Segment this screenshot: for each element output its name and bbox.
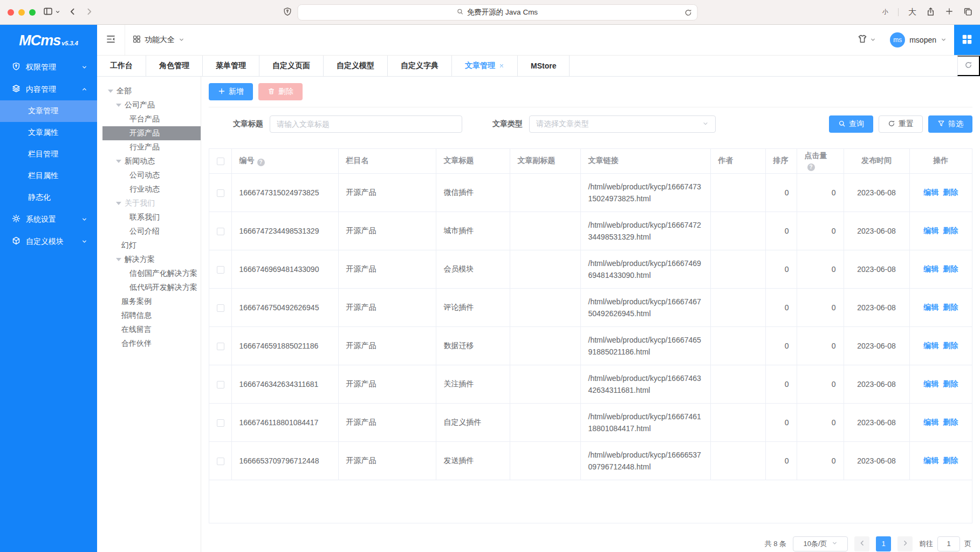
- tab[interactable]: 文章管理: [452, 56, 518, 76]
- apps-launcher-button[interactable]: [954, 25, 980, 55]
- goto-page-input[interactable]: [937, 536, 960, 551]
- delete-link[interactable]: 删除: [943, 226, 958, 235]
- row-checkbox[interactable]: [217, 304, 224, 312]
- row-checkbox[interactable]: [217, 419, 224, 427]
- close-tab-icon[interactable]: [499, 63, 504, 69]
- reload-icon[interactable]: [684, 9, 692, 18]
- collapse-sidebar-button[interactable]: [106, 34, 116, 46]
- tree-item[interactable]: 合作伙伴: [97, 337, 201, 351]
- edit-link[interactable]: 编辑: [923, 188, 938, 196]
- minimize-window-button[interactable]: [18, 9, 25, 16]
- tab[interactable]: 自定义模型: [324, 56, 388, 76]
- page-size-select[interactable]: 10条/页: [793, 536, 848, 551]
- row-checkbox[interactable]: [217, 343, 224, 350]
- sidebar-item[interactable]: 栏目管理: [0, 144, 97, 165]
- text-smaller-button[interactable]: 小: [882, 8, 888, 16]
- layers-icon: [12, 84, 20, 94]
- feature-menu[interactable]: 功能大全: [133, 35, 184, 45]
- sidebar-item[interactable]: 栏目属性: [0, 165, 97, 187]
- sidebar-group-item[interactable]: 权限管理: [0, 56, 97, 78]
- page-1-button[interactable]: 1: [876, 536, 891, 551]
- sidebar-group-item[interactable]: 内容管理: [0, 78, 97, 100]
- tab[interactable]: 角色管理: [146, 56, 203, 76]
- tab[interactable]: 菜单管理: [203, 56, 259, 76]
- delete-link[interactable]: 删除: [943, 379, 958, 388]
- tree-expand-caret[interactable]: [108, 90, 113, 93]
- tree-item[interactable]: 幻灯: [97, 238, 201, 253]
- row-checkbox[interactable]: [217, 266, 224, 274]
- browser-back-button[interactable]: [68, 7, 77, 18]
- tree-item[interactable]: 解决方案: [97, 253, 201, 267]
- reset-button[interactable]: 重置: [879, 115, 923, 133]
- browser-sidebar-toggle[interactable]: [43, 6, 60, 18]
- sidebar-group-item[interactable]: 自定义模块: [0, 230, 97, 253]
- close-window-button[interactable]: [8, 9, 14, 16]
- tab[interactable]: 自定义字典: [388, 56, 452, 76]
- delete-link[interactable]: 删除: [943, 341, 958, 350]
- browser-forward-button[interactable]: [85, 7, 94, 18]
- row-checkbox[interactable]: [217, 228, 224, 235]
- filter-button[interactable]: 筛选: [928, 115, 972, 133]
- edit-link[interactable]: 编辑: [923, 226, 938, 235]
- tree-item[interactable]: 全部: [97, 84, 201, 98]
- sidebar-item[interactable]: 文章管理: [0, 100, 97, 122]
- text-larger-button[interactable]: 大: [908, 7, 916, 17]
- tree-item[interactable]: 平台产品: [97, 112, 201, 126]
- delete-link[interactable]: 删除: [943, 303, 958, 311]
- address-bar[interactable]: 免费开源的 Java Cms: [297, 4, 697, 21]
- delete-link[interactable]: 删除: [943, 418, 958, 426]
- tree-expand-caret[interactable]: [116, 160, 121, 163]
- add-button[interactable]: 新增: [209, 83, 253, 100]
- tab[interactable]: 自定义页面: [259, 56, 324, 76]
- privacy-shield-icon: [283, 7, 292, 18]
- tree-item[interactable]: 新闻动态: [97, 154, 201, 168]
- tree-item[interactable]: 服务案例: [97, 295, 201, 309]
- tree-item[interactable]: 公司介绍: [97, 224, 201, 238]
- tree-expand-caret[interactable]: [116, 104, 121, 107]
- tree-item[interactable]: 行业动态: [97, 182, 201, 196]
- delete-link[interactable]: 删除: [943, 264, 958, 273]
- user-menu[interactable]: ms msopen: [890, 32, 947, 47]
- type-filter-select[interactable]: 请选择文章类型: [529, 115, 716, 133]
- sidebar-group-item[interactable]: 系统设置: [0, 208, 97, 230]
- row-checkbox[interactable]: [217, 189, 224, 197]
- new-tab-button[interactable]: [945, 7, 954, 17]
- select-all-checkbox[interactable]: [217, 158, 224, 165]
- tree-item[interactable]: 开源产品: [102, 126, 201, 140]
- delete-link[interactable]: 删除: [943, 188, 958, 196]
- edit-link[interactable]: 编辑: [923, 379, 938, 388]
- title-filter-input[interactable]: [270, 115, 462, 133]
- sidebar-item[interactable]: 文章属性: [0, 122, 97, 144]
- edit-link[interactable]: 编辑: [923, 303, 938, 311]
- tree-item[interactable]: 信创国产化解决方案: [97, 267, 201, 281]
- tree-item[interactable]: 行业产品: [97, 140, 201, 154]
- tab[interactable]: MStore: [518, 56, 570, 76]
- tree-item[interactable]: 公司产品: [97, 98, 201, 112]
- tab[interactable]: 工作台: [97, 56, 146, 76]
- tree-expand-caret[interactable]: [116, 202, 121, 205]
- next-page-button[interactable]: [897, 536, 913, 551]
- refresh-tab-button[interactable]: [957, 56, 980, 76]
- edit-link[interactable]: 编辑: [923, 456, 938, 465]
- theme-switcher[interactable]: [858, 34, 876, 46]
- tree-expand-caret[interactable]: [116, 258, 121, 261]
- tree-item[interactable]: 招聘信息: [97, 309, 201, 323]
- tree-item[interactable]: 联系我们: [97, 210, 201, 224]
- share-button[interactable]: [926, 7, 935, 18]
- tree-item[interactable]: 在线留言: [97, 323, 201, 337]
- tree-item[interactable]: 公司动态: [97, 168, 201, 182]
- edit-link[interactable]: 编辑: [923, 341, 938, 350]
- row-checkbox[interactable]: [217, 458, 224, 465]
- edit-link[interactable]: 编辑: [923, 418, 938, 426]
- show-tabs-button[interactable]: [963, 7, 972, 18]
- zoom-window-button[interactable]: [29, 9, 36, 16]
- delete-link[interactable]: 删除: [943, 456, 958, 465]
- prev-page-button[interactable]: [854, 536, 869, 551]
- row-checkbox[interactable]: [217, 381, 224, 389]
- tree-item[interactable]: 低代码开发解决方案: [97, 281, 201, 295]
- search-button[interactable]: 查询: [829, 115, 873, 133]
- edit-link[interactable]: 编辑: [923, 264, 938, 273]
- delete-button[interactable]: 删除: [258, 83, 303, 100]
- tree-item[interactable]: 关于我们: [97, 196, 201, 210]
- sidebar-item[interactable]: 静态化: [0, 187, 97, 208]
